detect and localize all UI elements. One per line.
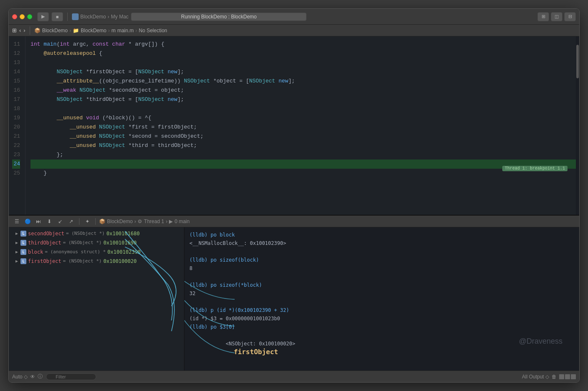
var-type-label: = (NSObject *) xyxy=(63,257,102,266)
var-type-label: = (NSObject *) xyxy=(66,229,105,238)
code-line: }; xyxy=(31,150,576,159)
app-icon xyxy=(72,13,79,20)
debug-panels: ▶ L secondObject = (NSObject *) 0x100101… xyxy=(9,227,579,370)
console-line: (lldb) po sizeof(block) xyxy=(189,256,574,264)
code-line xyxy=(31,104,576,113)
expand-arrow: ▶ xyxy=(15,257,18,266)
continue-btn[interactable]: ⏭ xyxy=(34,217,43,226)
project-breadcrumb: BlockDemo › My Mac xyxy=(72,13,128,20)
console-line: 8 xyxy=(189,264,574,273)
expand-arrow: ▶ xyxy=(15,229,18,238)
nav-app-icon: 📦 xyxy=(34,28,41,33)
debug-arrow-btn[interactable]: ✦ xyxy=(83,217,92,226)
console-line: (id *) $3 = 0x00000001001023b0 xyxy=(189,314,574,323)
nav-project[interactable]: BlockDemo xyxy=(42,28,68,33)
console-line: (lldb) p (id *)(0x100102390 + 32) xyxy=(189,306,574,314)
layout-icon-1[interactable] xyxy=(559,374,564,379)
status-left: Auto ◇ 👁 ⓘ xyxy=(12,373,43,380)
var-firstObject[interactable]: ▶ L firstObject = (NSObject *) 0x1001000… xyxy=(9,257,184,266)
var-value: 0x100101690 xyxy=(103,238,136,247)
minimize-button[interactable] xyxy=(20,14,25,19)
step-out-btn[interactable]: ↗ xyxy=(66,217,76,226)
code-line: __unused void (^block)() = ^{ xyxy=(31,113,576,123)
all-output-label[interactable]: All Output ◇ xyxy=(522,374,549,380)
nav-folder[interactable]: BlockDemo xyxy=(81,28,106,33)
code-line: NSObject *thirdObject = [NSObject new]; xyxy=(31,95,576,104)
layout-icons xyxy=(559,374,576,379)
code-line: NSObject *firstObject = [NSObject new]; xyxy=(31,67,576,77)
expand-arrow: ▶ xyxy=(15,238,18,247)
project-name[interactable]: BlockDemo xyxy=(80,14,106,20)
watermark: @Draveness xyxy=(519,337,562,345)
editor-scrollbar[interactable] xyxy=(576,36,579,215)
var-secondObject[interactable]: ▶ L secondObject = (NSObject *) 0x100101… xyxy=(9,229,184,238)
debug-frame-icon: ▶ xyxy=(169,219,173,224)
var-thirdObject[interactable]: ▶ L thirdObject = (NSObject *) 0x1001016… xyxy=(9,238,184,247)
titlebar-right: ⊞ ◫ ⊟ xyxy=(537,12,576,21)
step-over-btn[interactable]: ⬇ xyxy=(45,217,54,226)
console-panel[interactable]: (lldb) po block <__NSMallocBlock__: 0x10… xyxy=(184,227,579,370)
status-right: All Output ◇ 🗑 xyxy=(522,374,576,380)
status-bar: Auto ◇ 👁 ⓘ ⌕ All Output ◇ 🗑 xyxy=(9,370,579,382)
var-name: firstObject xyxy=(28,257,61,266)
hide-panel-btn[interactable]: ☰ xyxy=(12,217,21,226)
nav-selection: No Selection xyxy=(139,28,167,33)
separator xyxy=(30,26,30,35)
debug-project[interactable]: BlockDemo xyxy=(107,219,133,224)
var-type-label: = (anonymous struct) * xyxy=(45,247,106,257)
scrollbar-thumb[interactable] xyxy=(576,45,579,78)
layout-icon-3[interactable] xyxy=(571,374,576,379)
console-line xyxy=(189,365,574,370)
layout-icon-2[interactable] xyxy=(565,374,570,379)
close-button[interactable] xyxy=(12,14,17,19)
nav-forward[interactable]: › xyxy=(23,27,25,33)
code-line: __weak NSObject *secondObject = object; xyxy=(31,86,576,95)
var-type-icon: L xyxy=(20,231,26,237)
nav-grid-icon[interactable]: ⊞ xyxy=(12,27,17,33)
breakpoint-btn[interactable]: 🔵 xyxy=(23,217,32,226)
auto-label[interactable]: Auto ◇ xyxy=(12,374,28,380)
status-area: Running BlockDemo : BlockDemo xyxy=(131,13,535,21)
filter-wrap: ⌕ xyxy=(46,373,96,380)
filter-input[interactable] xyxy=(46,373,96,380)
play-button[interactable]: ▶ xyxy=(37,12,49,21)
titlebar: ▶ ■ BlockDemo › My Mac Running BlockDemo… xyxy=(9,9,579,25)
console-line: (lldb) po block xyxy=(189,231,574,239)
line-numbers: 11 12 13 14 15 16 17 18 19 20 21 22 23 2… xyxy=(9,36,26,215)
separator xyxy=(67,13,68,21)
expand-arrow: ▶ xyxy=(15,247,18,257)
traffic-lights xyxy=(12,14,32,19)
status-display: Running BlockDemo : BlockDemo xyxy=(131,13,307,21)
stop-button[interactable]: ■ xyxy=(51,12,63,21)
code-editor[interactable]: 11 12 13 14 15 16 17 18 19 20 21 22 23 2… xyxy=(9,36,579,215)
debug-thread[interactable]: Thread 1 xyxy=(144,219,164,224)
nav-folder-icon: 📁 xyxy=(73,28,79,33)
maximize-button[interactable] xyxy=(27,14,32,19)
var-type-icon: L xyxy=(20,258,26,264)
step-into-btn[interactable]: ↙ xyxy=(56,217,65,226)
var-block[interactable]: ▶ L block = (anonymous struct) * 0x10010… xyxy=(9,247,184,257)
debug-frame[interactable]: 0 main xyxy=(174,219,189,224)
nav-file[interactable]: main.m xyxy=(117,28,133,33)
main-content: 11 12 13 14 15 16 17 18 19 20 21 22 23 2… xyxy=(9,36,579,382)
separator xyxy=(79,218,79,225)
var-name: thirdObject xyxy=(28,238,61,247)
code-line: int main(int argc, const char * argv[]) … xyxy=(31,40,576,49)
nav-back[interactable]: ‹ xyxy=(19,27,21,33)
code-line: __unused NSObject *third = thirdObject; xyxy=(31,141,576,150)
code-line: } xyxy=(31,169,576,178)
variables-panel: ▶ L secondObject = (NSObject *) 0x100101… xyxy=(9,227,184,370)
console-line: <__NSMallocBlock__: 0x100102390> xyxy=(189,239,574,247)
code-content: int main(int argc, const char * argv[]) … xyxy=(26,36,576,215)
debug-breadcrumb: 📦 BlockDemo › ⚙ Thread 1 › ▶ 0 main xyxy=(99,219,189,224)
var-name: secondObject xyxy=(28,229,64,238)
debug-project-icon: 📦 xyxy=(99,219,105,224)
trash-icon[interactable]: 🗑 xyxy=(552,374,557,380)
main-window: ▶ ■ BlockDemo › My Mac Running BlockDemo… xyxy=(8,8,580,383)
console-line xyxy=(189,298,574,306)
layout-btn-1[interactable]: ⊞ xyxy=(537,12,549,21)
code-line: __unused NSObject *first = firstObject; xyxy=(31,123,576,132)
layout-btn-2[interactable]: ◫ xyxy=(551,12,562,21)
device-name[interactable]: My Mac xyxy=(111,14,128,20)
layout-btn-3[interactable]: ⊟ xyxy=(564,12,576,21)
